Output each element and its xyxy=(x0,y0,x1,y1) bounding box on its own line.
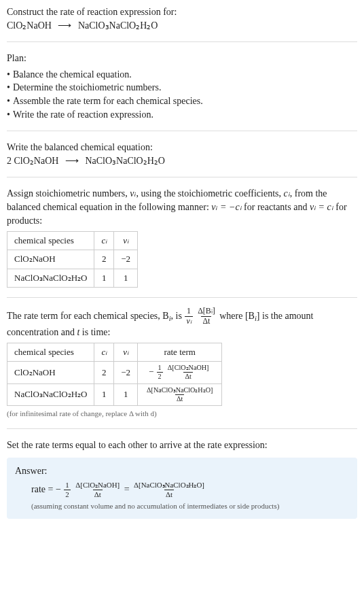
numerator: Δ[Bᵢ] xyxy=(196,307,217,316)
plan-item-text: Assemble the rate term for each chemical… xyxy=(13,95,203,108)
numerator: Δ[NaClO₃NaClO₂H₂O] xyxy=(145,387,214,394)
bullet-icon: • xyxy=(7,108,10,122)
rate-term-formula: 1νᵢ Δ[Bᵢ]Δt xyxy=(184,310,219,320)
text-fragment: , using the stoichiometric coefficients, xyxy=(136,188,283,199)
numerator: 1 xyxy=(185,307,192,316)
col-header-c: cᵢ xyxy=(94,343,114,362)
product: NaClO₃NaClO₂H₂O xyxy=(78,20,158,31)
arrow-icon: ⟶ xyxy=(65,154,79,168)
stoich-section: Assign stoichiometric numbers, νᵢ, using… xyxy=(7,187,357,297)
final-section: Set the rate terms equal to each other t… xyxy=(7,439,357,518)
answer-note: (assuming constant volume and no accumul… xyxy=(31,501,349,511)
table-row: NaClO₃NaClO₂H₂O 1 1 xyxy=(7,269,138,287)
text-fragment: where [B xyxy=(219,310,255,320)
balanced-equation: 2 ClO₂NaOH ⟶ NaClO₃NaClO₂H₂O xyxy=(7,154,357,168)
plan-item-text: Determine the stoichiometric numbers. xyxy=(13,81,162,95)
numerator: Δ[ClO₂NaOH] xyxy=(74,481,121,490)
stoich-text: Assign stoichiometric numbers, νᵢ, using… xyxy=(7,187,357,227)
numerator: 1 xyxy=(64,481,70,490)
rate-term-section: The rate term for each chemical species,… xyxy=(7,307,357,430)
answer-box: Answer: rate = − 12 Δ[ClO₂NaOH]Δt = Δ[Na… xyxy=(7,458,357,519)
fraction: Δ[ClO₂NaOH]Δt xyxy=(74,481,121,498)
cell-nu: 1 xyxy=(114,383,138,405)
plan-section: Plan: •Balance the chemical equation. •D… xyxy=(7,52,357,131)
cell-nu: 1 xyxy=(114,269,138,287)
table-header-row: chemical species cᵢ νᵢ rate term xyxy=(7,343,222,362)
rate-expr: Δ[NaClO₃NaClO₂H₂O]Δt xyxy=(145,388,215,398)
text-fragment: Assign stoichiometric numbers, xyxy=(7,188,130,199)
cell-c: 1 xyxy=(94,383,114,405)
col-header-c: cᵢ xyxy=(94,232,114,250)
text-fragment: The rate term for each chemical species,… xyxy=(7,310,169,320)
infinitesimal-note: (for infinitesimal rate of change, repla… xyxy=(7,409,357,419)
unbalanced-equation: ClO₂NaOH ⟶ NaClO₃NaClO₂H₂O xyxy=(7,19,357,33)
table-header-row: chemical species cᵢ νᵢ xyxy=(7,232,138,250)
bullet-icon: • xyxy=(7,68,10,82)
numerator: 1 xyxy=(157,364,163,372)
prompt-text: Construct the rate of reaction expressio… xyxy=(7,5,357,19)
cell-species: NaClO₃NaClO₂H₂O xyxy=(7,269,94,287)
balanced-title: Write the balanced chemical equation: xyxy=(7,141,357,154)
table-row: NaClO₃NaClO₂H₂O 1 1 Δ[NaClO₃NaClO₂H₂O]Δt xyxy=(7,383,222,405)
fraction: Δ[Bᵢ]Δt xyxy=(196,307,217,326)
denominator: Δt xyxy=(201,316,211,326)
plan-item: •Assemble the rate term for each chemica… xyxy=(7,95,357,108)
stoich-table: chemical species cᵢ νᵢ ClO₂NaOH 2 −2 NaC… xyxy=(7,231,138,288)
numerator: Δ[NaClO₃NaClO₂H₂O] xyxy=(132,481,206,490)
reactant: 2 ClO₂NaOH xyxy=(7,156,58,166)
eq-products: νᵢ = cᵢ xyxy=(310,202,333,212)
final-title: Set the rate terms equal to each other t… xyxy=(7,439,357,452)
cell-species: NaClO₃NaClO₂H₂O xyxy=(7,383,94,405)
rate-expression: rate = − 12 Δ[ClO₂NaOH]Δt = Δ[NaClO₃NaCl… xyxy=(31,481,349,498)
plan-item: •Determine the stoichiometric numbers. xyxy=(7,81,357,95)
bullet-icon: • xyxy=(7,95,10,108)
plan-list: •Balance the chemical equation. •Determi… xyxy=(7,68,357,121)
c-i: cᵢ xyxy=(284,188,290,199)
col-header-species: chemical species xyxy=(7,343,94,362)
cell-species: ClO₂NaOH xyxy=(7,250,94,269)
text-fragment: is time: xyxy=(79,327,110,337)
cell-rate-term: Δ[NaClO₃NaClO₂H₂O]Δt xyxy=(138,383,222,405)
product: NaClO₃NaClO₂H₂O xyxy=(85,156,165,166)
plan-item-text: Balance the chemical equation. xyxy=(13,68,132,82)
denominator: 2 xyxy=(64,490,70,498)
rate-expr: − 12 Δ[ClO₂NaOH]Δt xyxy=(149,366,211,377)
cell-c: 1 xyxy=(94,269,114,287)
rate-term-text: The rate term for each chemical species,… xyxy=(7,307,357,339)
cell-c: 2 xyxy=(94,362,114,383)
answer-label: Answer: xyxy=(15,464,349,478)
denominator: Δt xyxy=(183,372,192,380)
arrow-icon: ⟶ xyxy=(58,19,71,33)
denominator: Δt xyxy=(164,490,174,498)
col-header-rate: rate term xyxy=(138,343,222,362)
numerator: Δ[ClO₂NaOH] xyxy=(166,364,211,372)
rate-prefix: rate = − xyxy=(31,484,61,494)
cell-nu: −2 xyxy=(114,250,138,269)
plan-item: •Balance the chemical equation. xyxy=(7,68,357,82)
fraction: Δ[ClO₂NaOH]Δt xyxy=(166,364,211,380)
cell-c: 2 xyxy=(94,250,114,269)
denominator: Δt xyxy=(175,394,184,403)
rate-term-table: chemical species cᵢ νᵢ rate term ClO₂NaO… xyxy=(7,343,222,406)
text-fragment: for reactants and xyxy=(242,202,310,212)
fraction: 12 xyxy=(64,481,70,498)
plan-title: Plan: xyxy=(7,52,357,65)
plan-item: •Write the rate of reaction expression. xyxy=(7,108,357,122)
col-header-nu: νᵢ xyxy=(114,343,138,362)
eq-reactants: νᵢ = −cᵢ xyxy=(211,202,241,212)
equals: = xyxy=(124,484,132,494)
denominator: Δt xyxy=(93,490,103,498)
cell-nu: −2 xyxy=(114,362,138,383)
plan-item-text: Write the rate of reaction expression. xyxy=(13,108,153,122)
table-row: ClO₂NaOH 2 −2 xyxy=(7,250,138,269)
fraction: 1νᵢ xyxy=(185,307,192,326)
col-header-species: chemical species xyxy=(7,232,94,250)
intro-section: Construct the rate of reaction expressio… xyxy=(7,5,357,42)
text-fragment: , is xyxy=(171,310,185,320)
fraction: Δ[NaClO₃NaClO₂H₂O]Δt xyxy=(145,387,214,403)
cell-rate-term: − 12 Δ[ClO₂NaOH]Δt xyxy=(138,362,222,383)
table-row: ClO₂NaOH 2 −2 − 12 Δ[ClO₂NaOH]Δt xyxy=(7,362,222,383)
bullet-icon: • xyxy=(7,81,10,95)
cell-species: ClO₂NaOH xyxy=(7,362,94,383)
balanced-section: Write the balanced chemical equation: 2 … xyxy=(7,141,357,177)
